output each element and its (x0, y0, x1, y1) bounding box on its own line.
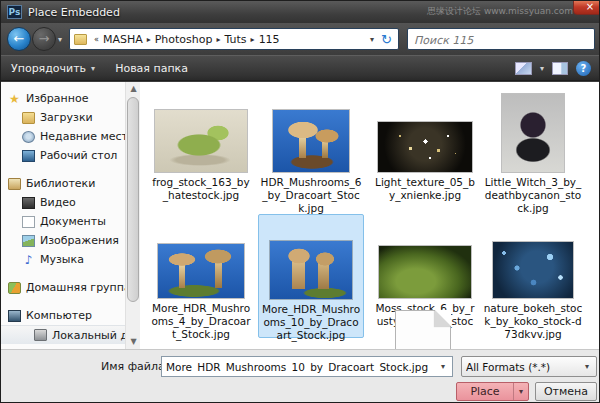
title-bar: Ps Place Embedded 思缘设计论坛 www.missyuan.co… (1, 1, 600, 23)
sidebar-item-recent-places[interactable]: Недавние места (1, 127, 125, 146)
breadcrumb-item[interactable]: 115 (257, 33, 282, 46)
place-dropdown-icon[interactable]: ▾ (513, 383, 528, 400)
sidebar-item-pictures[interactable]: Изображения (1, 231, 125, 250)
cancel-button[interactable]: Отмена (535, 382, 597, 401)
scroll-down-icon[interactable]: ▼ (126, 335, 141, 349)
sidebar-item-videos[interactable]: Видео (1, 193, 125, 212)
dropdown-arrow-icon: ▾ (582, 362, 592, 371)
new-folder-button[interactable]: Новая папка (105, 58, 198, 79)
breadcrumb-item[interactable]: MASHA (101, 33, 145, 46)
forward-arrow-icon: → (39, 31, 50, 46)
downloads-icon (22, 112, 35, 124)
sidebar-item-label: Избранное (26, 92, 88, 105)
sidebar-item-label: Библиотеки (26, 177, 95, 190)
sidebar-item-label: Недавние места (40, 130, 125, 143)
format-combobox[interactable]: All Formats (*.*) ▾ (461, 356, 597, 377)
place-button-label: Place (457, 383, 513, 400)
filename-value: More_HDR_Mushrooms_10_by_Dracoart_Stock.… (166, 361, 438, 373)
file-name: More_HDR_Mushrooms_10_by_Dracoart_Stock.… (261, 303, 361, 342)
navigation-pane: ★ Избранное Загрузки Недавние места Рабо… (1, 82, 125, 349)
address-bar[interactable]: « MASHA ▸ Photoshop ▸ Tuts ▸ 115 ▾ ↻ (69, 28, 399, 50)
file-thumbnail-mushrooms (273, 110, 349, 172)
window-title: Place Embedded (28, 6, 120, 19)
main-area: ★ Избранное Загрузки Недавние места Рабо… (1, 82, 600, 349)
sidebar-item-label: Рабочий стол (40, 149, 117, 162)
file-name: HDR_Mushrooms_6_by_Dracoart_Stock.jpg (260, 176, 362, 215)
pictures-icon (22, 235, 35, 247)
search-box[interactable] (407, 28, 595, 50)
breadcrumb-item[interactable]: Tuts (223, 33, 249, 46)
file-name: More_HDR_Mushrooms_4_by_Dracoart_Stock.j… (150, 302, 252, 341)
search-input[interactable] (408, 31, 594, 51)
sidebar-item-label: Документы (40, 215, 106, 228)
file-item[interactable]: frog_stock_163_by_hatestock.jpg (148, 88, 254, 212)
sidebar-item-label: Изображения (40, 234, 119, 247)
scroll-up-icon[interactable]: ▲ (126, 82, 141, 96)
views-dropdown-icon[interactable]: ▾ (540, 64, 544, 73)
libraries-icon (8, 178, 21, 190)
sidebar-item-computer[interactable]: Компьютер (1, 306, 125, 325)
scrollbar-thumb[interactable] (127, 97, 139, 302)
file-thumbnail-witch (502, 94, 564, 172)
sidebar-scrollbar[interactable]: ▲ ▼ (125, 82, 140, 349)
computer-icon (8, 310, 21, 322)
organize-label: Упорядочить (11, 62, 86, 75)
breadcrumb-overflow-icon[interactable]: « (92, 35, 101, 44)
file-thumbnail-light-texture (378, 122, 472, 172)
file-item[interactable]: More_HDR_Mushrooms_4_by_Dracoart_Stock.j… (148, 214, 254, 338)
documents-icon (22, 216, 35, 228)
dropdown-arrow-icon: ▾ (438, 362, 448, 371)
filename-label: Имя файла: (101, 360, 168, 373)
recent-places-icon (22, 131, 35, 143)
close-button[interactable]: × (573, 0, 600, 15)
breadcrumb-item[interactable]: Photoshop (153, 33, 215, 46)
sidebar-item-label: Музыка (40, 253, 84, 266)
sidebar-item-label: Видео (40, 196, 76, 209)
address-dropdown-icon[interactable]: ▾ (365, 35, 379, 44)
dialog-footer: Имя файла: More_HDR_Mushrooms_10_by_Drac… (1, 349, 600, 403)
music-note-icon: ♪ (22, 254, 35, 266)
breadcrumb-separator-icon: ▸ (145, 35, 153, 44)
star-icon: ★ (8, 93, 21, 105)
views-icon[interactable] (515, 62, 532, 75)
folder-icon (74, 34, 87, 45)
photoshop-app-icon: Ps (7, 5, 22, 19)
refresh-icon[interactable]: ↻ (379, 32, 394, 47)
file-thumbnail-moss (379, 246, 471, 298)
sidebar-item-downloads[interactable]: Загрузки (1, 108, 125, 127)
organize-button[interactable]: Упорядочить ▾ (1, 58, 105, 79)
format-value: All Formats (*.*) (466, 361, 582, 373)
sidebar-item-homegroup[interactable]: Домашняя группа (1, 278, 125, 297)
preview-pane-icon[interactable] (552, 62, 568, 75)
history-dropdown-icon[interactable]: ▾ (58, 35, 62, 44)
forward-button[interactable]: → (32, 27, 56, 51)
file-item[interactable]: HDR_Mushrooms_6_by_Dracoart_Stock.jpg (258, 88, 364, 212)
file-item-selected[interactable]: More_HDR_Mushrooms_10_by_Dracoart_Stock.… (258, 214, 364, 338)
file-thumbnail-mushrooms (158, 244, 244, 298)
file-list: frog_stock_163_by_hatestock.jpg HDR_Mush… (140, 82, 600, 349)
sidebar-item-favorites[interactable]: ★ Избранное (1, 89, 125, 108)
file-item[interactable]: Light_texture_05_by_xnienke.jpg (372, 88, 478, 212)
sidebar-item-label: Локальный диск (52, 329, 125, 342)
file-item-partial-document-icon[interactable] (395, 310, 451, 349)
sidebar-item-music[interactable]: ♪ Музыка (1, 250, 125, 269)
sidebar-item-local-disk[interactable]: Локальный диск (1, 325, 125, 344)
sidebar-item-documents[interactable]: Документы (1, 212, 125, 231)
file-name: nature_bokeh_stock_by_koko_stock-d73dkvv… (482, 302, 584, 341)
file-item[interactable]: Little_Witch_3_by_deathbycanon_stock.jpg (480, 88, 586, 212)
filename-combobox[interactable]: More_HDR_Mushrooms_10_by_Dracoart_Stock.… (161, 356, 453, 377)
back-button[interactable]: ← (7, 27, 31, 51)
breadcrumb-separator-icon: ▸ (215, 35, 223, 44)
help-icon[interactable]: ? (576, 61, 591, 76)
file-thumbnail-mushrooms (270, 241, 352, 299)
place-button[interactable]: Place ▾ (456, 382, 529, 401)
dropdown-arrow-icon: ▾ (91, 64, 95, 73)
homegroup-icon (8, 282, 21, 294)
video-icon (22, 197, 35, 209)
sidebar-item-libraries[interactable]: Библиотеки (1, 174, 125, 193)
file-item[interactable]: nature_bokeh_stock_by_koko_stock-d73dkvv… (480, 214, 586, 338)
file-thumbnail-frog (155, 110, 247, 172)
sidebar-item-desktop[interactable]: Рабочий стол (1, 146, 125, 165)
desktop-icon (22, 150, 35, 162)
new-folder-label: Новая папка (115, 62, 188, 75)
